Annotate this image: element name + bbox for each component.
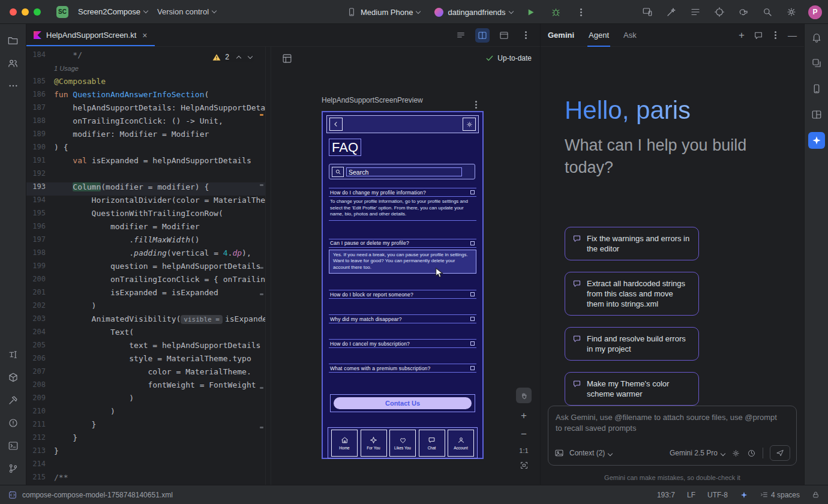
ai-status-icon[interactable] [740, 491, 748, 499]
suggestion-card[interactable]: Fix the warnings and errors in the edito… [565, 227, 699, 260]
settings-button[interactable] [784, 5, 799, 19]
zoom-in-button[interactable]: + [521, 410, 527, 422]
package-tool-button[interactable] [5, 369, 22, 386]
code-line[interactable]: 191 val isExpanded = helpAndSupportDetai… [26, 156, 265, 169]
close-tab-button[interactable]: × [142, 31, 147, 40]
code-line[interactable]: 194 HorizontalDivider(color = MaterialTh… [26, 196, 265, 209]
close-window-button[interactable] [10, 8, 17, 16]
code-line[interactable]: 192 [26, 169, 265, 182]
running-devices-button[interactable] [808, 80, 825, 97]
vcs-tool-button[interactable] [5, 460, 22, 477]
terminal-tool-button[interactable] [5, 437, 22, 454]
inspection-widget[interactable]: 2 [210, 52, 254, 62]
suggestion-card[interactable]: Find and resolve build errors in my proj… [565, 327, 699, 361]
caret-position[interactable]: 193:7 [657, 491, 675, 499]
notifications-button[interactable] [808, 29, 825, 46]
code-line[interactable]: 198 .padding(vertical = 4.dp), [26, 248, 265, 262]
minimize-window-button[interactable] [22, 8, 29, 16]
code-line[interactable]: 213} [26, 446, 265, 460]
gemini-input-box[interactable]: Ask Gemini, use @filename to attach sour… [548, 406, 797, 466]
code-line[interactable]: 197 .fillMaxWidth() [26, 235, 265, 248]
resource-manager-button[interactable] [808, 55, 825, 71]
code-line[interactable]: 186fun QuestionAndAnswerInfoSection( [26, 90, 265, 103]
string-resources-tool-button[interactable] [5, 346, 22, 363]
vcs-menu[interactable]: Version control [157, 7, 216, 16]
send-button[interactable] [770, 445, 790, 461]
code-line[interactable]: 199 question = helpAndSupportDetails [26, 262, 265, 275]
code-line[interactable]: 207 color = MaterialTheme. [26, 367, 265, 380]
code-line[interactable]: 200 onTrailingIconClick = { onTrailingIc… [26, 275, 265, 288]
code-line[interactable]: 211 } [26, 420, 265, 433]
gemini-options-menu[interactable] [775, 34, 776, 36]
code-line[interactable]: 210 ) [26, 407, 265, 420]
device-mirroring-button[interactable] [640, 5, 655, 19]
attach-image-icon[interactable] [554, 448, 564, 458]
model-selector[interactable]: Gemini 2.5 Pro [670, 449, 725, 457]
editor-preview-splitter[interactable] [265, 47, 271, 485]
tab-agent[interactable]: Agent [589, 24, 609, 47]
code-line[interactable]: 214 [26, 460, 265, 473]
code-editor[interactable]: 184 */1 Usage185@Composable186fun Questi… [26, 47, 265, 485]
lock-icon[interactable] [812, 491, 820, 499]
gradle-sync-button[interactable] [736, 5, 751, 19]
tab-helpandsupportscreen[interactable]: HelpAndSupportScreen.kt × [26, 24, 155, 46]
zoom-out-button[interactable]: − [521, 428, 527, 440]
collab-tool-button[interactable] [5, 55, 22, 71]
code-line[interactable]: 185@Composable [26, 77, 265, 90]
code-line[interactable]: 203 AnimatedVisibility(visible =isExpand… [26, 314, 265, 328]
code-line[interactable]: 206 style = MaterialTheme.typo [26, 354, 265, 367]
preview-layout-toggle[interactable] [280, 51, 294, 65]
run-config-selector[interactable]: datingandfriends [434, 8, 512, 17]
suggestion-card[interactable]: Extract all hardcoded strings from this … [565, 272, 699, 316]
code-line[interactable]: 193 Column(modifier = modifier) { [26, 182, 265, 196]
gemini-tool-button[interactable] [808, 132, 825, 149]
search-everywhere-button[interactable] [760, 5, 775, 19]
code-line[interactable]: 202 ) [26, 301, 265, 314]
debug-button[interactable] [549, 5, 563, 19]
code-line[interactable]: 196 modifier = Modifier [26, 222, 265, 235]
profiler-button[interactable] [712, 5, 727, 19]
design-view-toggle[interactable] [497, 28, 511, 43]
code-line[interactable]: 195 QuestionWithTrailingIconRow( [26, 209, 265, 222]
split-view-toggle[interactable] [475, 28, 490, 43]
project-tool-button[interactable] [5, 32, 22, 49]
code-line[interactable]: 215/** [26, 473, 265, 485]
zoom-level[interactable]: 1:1 [519, 447, 528, 454]
run-more-menu[interactable] [574, 5, 589, 19]
hide-panel-button[interactable]: — [788, 30, 797, 40]
file-encoding[interactable]: UTF-8 [707, 491, 728, 499]
chat-history-icon[interactable] [754, 31, 763, 40]
phone-preview[interactable]: FAQ Search How do I change my profile in… [322, 111, 484, 459]
code-line[interactable]: 204 Text( [26, 328, 265, 341]
build-tool-button[interactable] [5, 392, 22, 409]
code-line[interactable]: 208 fontWeight = FontWeight [26, 380, 265, 394]
code-line[interactable]: 212 } [26, 433, 265, 446]
user-avatar[interactable]: P [808, 5, 822, 19]
code-line[interactable]: 187 helpAndSupportDetails: HelpAndSuppor… [26, 103, 265, 116]
run-button[interactable] [524, 5, 538, 19]
layout-inspector-button[interactable] [808, 106, 825, 123]
more-tools-button[interactable] [5, 77, 22, 94]
history-icon[interactable] [747, 449, 756, 458]
device-selector[interactable]: Medium Phone [347, 7, 420, 17]
code-line[interactable]: 188 onTrailingIconClick: () -> Unit, [26, 116, 265, 130]
preview-options-menu[interactable] [473, 97, 479, 108]
code-line[interactable]: 189 modifier: Modifier = Modifier [26, 130, 265, 143]
previous-issue-button[interactable] [236, 55, 241, 60]
maximize-window-button[interactable] [34, 8, 41, 16]
code-line[interactable]: 209 ) [26, 394, 265, 407]
line-separator[interactable]: LF [687, 491, 695, 499]
todo-structure-button[interactable] [688, 5, 703, 19]
status-file-name[interactable]: compose-compose-model-1758748140651.xml [22, 491, 173, 499]
problems-tool-button[interactable] [5, 415, 22, 431]
code-line[interactable]: 205 text = helpAndSupportDetails [26, 341, 265, 354]
code-line[interactable]: 190) { [26, 143, 265, 156]
ai-actions-button[interactable] [664, 5, 679, 19]
code-view-toggle[interactable] [454, 28, 468, 43]
indent-setting[interactable]: 4 spaces [760, 491, 800, 499]
pan-tool-button[interactable] [516, 388, 532, 403]
suggestion-card[interactable]: Make my Theme's color scheme warmer [565, 372, 699, 406]
tab-ask[interactable]: Ask [623, 24, 637, 47]
code-line[interactable]: 1 Usage [26, 64, 265, 77]
project-menu[interactable]: Screen2Compose [78, 7, 148, 16]
